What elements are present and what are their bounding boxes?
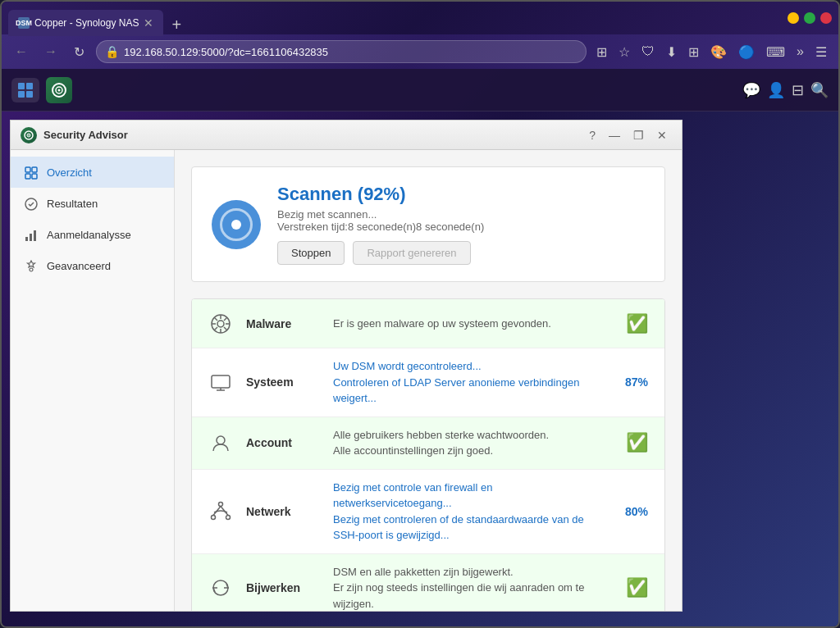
tab-favicon: DSM [18,17,30,29]
bijwerken-desc2: Er zijn nog steeds instellingen die wij … [333,580,613,611]
account-status: ✅ [626,432,648,453]
svg-rect-7 [32,167,37,172]
browser-titlebar: DSM Copper - Synology NAS ✕ + [2,2,838,34]
scan-icon-dot [231,220,241,230]
browser-toolbar: ← → ↻ 🔒 192.168.50.129:5000/?dc=16611064… [2,34,838,69]
sidebar-label-overzicht: Overzicht [47,166,92,179]
svg-point-5 [28,134,30,136]
window-minimize-button[interactable] [788,12,799,24]
app-close-button[interactable]: ✕ [652,127,672,143]
account-desc1: Alle gebruikers hebben sterke wachtwoord… [333,427,613,444]
netwerk-desc2: Bezig met controleren of de standaardwaa… [333,512,612,544]
keyboard-icon[interactable]: ⌨ [763,41,788,63]
malware-label: Malware [246,317,320,330]
security-advisor-taskbar-icon[interactable] [46,77,72,103]
bijwerken-desc: DSM en alle pakketten zijn bijgewerkt. E… [333,564,613,612]
scan-actions: Stoppen Rapport genereren [277,241,645,265]
sidebar-item-aanmeldanalysse[interactable]: Aanmeldanalysse [11,219,174,250]
scan-header: Scannen (92%) Bezig met scannen... Verst… [191,166,665,282]
window-maximize-button[interactable] [804,12,815,24]
app-window: Security Advisor ? — ❐ ✕ [10,120,682,612]
svg-line-21 [214,317,217,321]
app-maximize-button[interactable]: ❐ [628,127,649,143]
bijwerken-icon [208,576,233,598]
account-desc2: Alle accountinstellingen zijn goed. [333,443,613,459]
svg-point-16 [217,321,224,327]
netwerk-percent: 80% [625,505,648,518]
scan-time: Verstreken tijd:8 seconede(n)8 seconede(… [277,221,645,233]
dsm-start-button[interactable] [11,78,39,102]
url-text: 192.168.50.129:5000/?dc=1661106432835 [124,46,328,58]
aanmeldanalysse-icon [24,227,39,242]
search-icon[interactable]: 🔍 [810,81,829,99]
profile-icon[interactable]: 🔵 [735,41,758,63]
reload-button[interactable]: ↻ [69,41,89,63]
sidebar-label-aanmeldanalysse: Aanmeldanalysse [47,229,131,241]
app-window-controls: ? — ❐ ✕ [584,127,672,143]
shield-icon[interactable]: 🛡 [638,41,658,62]
svg-line-23 [224,317,227,321]
sidebar-item-geavanceerd[interactable]: Geavanceerd [11,250,174,281]
active-tab[interactable]: DSM Copper - Synology NAS ✕ [8,10,163,36]
main-content: Scannen (92%) Bezig met scannen... Verst… [175,150,682,611]
app-help-button[interactable]: ? [584,127,600,143]
netwerk-label: Netwerk [246,505,320,518]
new-tab-button[interactable]: + [163,16,189,34]
dsm-taskbar: 💬 👤 ⊟ 🔍 [2,69,838,111]
sidebar-item-resultaten[interactable]: Resultaten [11,188,174,219]
chat-icon[interactable]: 💬 [742,81,760,99]
systeem-icon [208,371,233,394]
app-favicon [21,127,37,143]
window-close-button[interactable] [820,12,832,24]
stop-button[interactable]: Stoppen [277,241,345,265]
systeem-desc: Uw DSM wordt gecontroleerd... Controlere… [333,358,612,407]
menu-icon[interactable]: ☰ [812,41,830,63]
svg-rect-9 [32,174,37,179]
bookmark-icon[interactable]: ☆ [615,41,633,63]
netwerk-icon [208,500,233,522]
svg-point-30 [212,516,216,520]
result-row-malware: Malware Er is geen malware op uw systeem… [192,299,664,348]
svg-point-2 [58,89,61,91]
result-row-bijwerken: Bijwerken DSM en alle pakketten zijn bij… [192,554,664,612]
apps-icon[interactable]: ⊞ [685,41,702,63]
svg-rect-11 [25,237,28,241]
bijwerken-status: ✅ [626,577,648,598]
geavanceerd-icon [24,258,39,273]
back-button[interactable]: ← [10,41,33,62]
extensions-icon[interactable]: ⊞ [593,41,610,63]
scan-icon-ring [220,208,253,241]
overzicht-icon [24,165,39,180]
svg-rect-8 [25,174,30,179]
systeem-desc1: Uw DSM wordt gecontroleerd... [333,358,612,375]
tab-close-button[interactable]: ✕ [144,16,153,30]
forward-button[interactable]: → [39,41,62,62]
malware-check-icon: ✅ [626,313,648,334]
address-bar[interactable]: 🔒 192.168.50.129:5000/?dc=1661106432835 [96,40,587,63]
systeem-status: 87% [625,375,648,389]
report-button[interactable]: Rapport genereren [353,241,470,265]
download-icon[interactable]: ⬇ [663,41,680,63]
app-minimize-button[interactable]: — [604,127,625,143]
results-table: Malware Er is geen malware op uw systeem… [191,298,665,611]
user-icon[interactable]: 👤 [767,81,785,99]
theme-icon[interactable]: 🎨 [707,41,730,63]
bijwerken-desc1: DSM en alle pakketten zijn bijgewerkt. [333,564,613,580]
account-check-icon: ✅ [626,432,648,453]
layout-icon[interactable]: ⊟ [792,81,804,99]
more-icon[interactable]: » [793,41,807,62]
resultaten-icon [24,196,39,211]
scan-time-value: 8 seconede(n) [416,221,484,233]
malware-status: ✅ [626,313,648,334]
tab-title: Copper - Synology NAS [34,17,139,29]
malware-icon [208,312,233,334]
result-row-netwerk: Netwerk Bezig met controle van firewall … [192,470,664,554]
svg-point-31 [226,516,231,520]
app-body: Overzicht Resultaten Aanme [11,150,682,611]
account-label: Account [246,436,320,449]
bijwerken-label: Bijwerken [246,581,320,594]
window-controls [788,12,832,24]
svg-rect-25 [212,375,230,388]
sidebar-item-overzicht[interactable]: Overzicht [11,157,174,188]
scan-info: Scannen (92%) Bezig met scannen... Verst… [277,184,645,265]
